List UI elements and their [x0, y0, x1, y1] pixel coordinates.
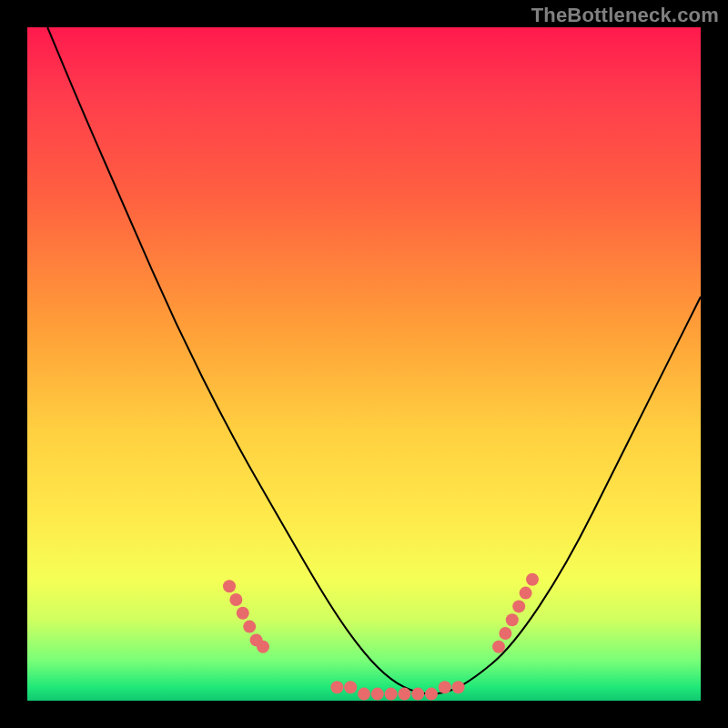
data-point — [223, 580, 236, 592]
data-point — [257, 641, 269, 653]
data-point — [385, 688, 398, 701]
data-point — [411, 688, 424, 701]
data-point — [358, 688, 370, 701]
watermark-text: TheBottleneck.com — [531, 4, 719, 27]
data-point — [229, 593, 242, 606]
data-point — [237, 607, 249, 620]
data-point — [344, 681, 357, 693]
data-point — [506, 613, 519, 626]
data-point — [526, 573, 539, 586]
marker-layer — [223, 573, 539, 701]
data-point — [330, 681, 343, 693]
data-point — [452, 681, 465, 693]
plot-area — [27, 27, 701, 701]
bottleneck-curve — [47, 27, 701, 694]
data-point — [243, 621, 256, 633]
chart-frame: TheBottleneck.com — [0, 0, 728, 728]
data-point — [512, 600, 525, 612]
data-point — [439, 681, 451, 693]
curve-layer — [47, 27, 701, 694]
data-point — [425, 688, 438, 701]
data-point — [492, 641, 505, 653]
data-point — [371, 688, 384, 701]
data-point — [499, 627, 511, 640]
chart-svg — [27, 27, 701, 701]
data-point — [520, 587, 532, 600]
data-point — [398, 688, 410, 701]
